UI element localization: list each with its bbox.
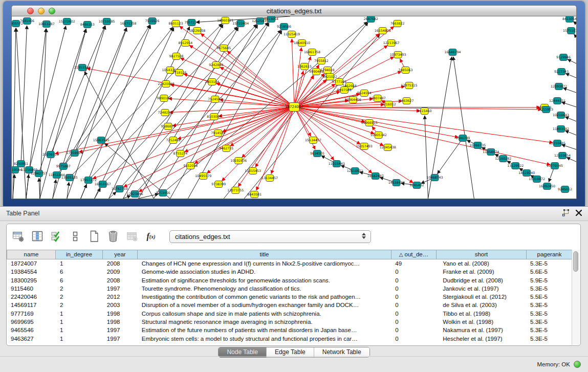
cell-year[interactable]: 1998	[103, 310, 138, 318]
graph-node[interactable]: 16648794	[444, 49, 461, 56]
graph-node[interactable]: 14638438	[388, 180, 405, 186]
graph-node[interactable]: 17359924	[67, 150, 83, 157]
graph-node[interactable]: 11015453	[245, 168, 261, 174]
graph-node[interactable]: 9462735	[219, 145, 233, 152]
graph-node[interactable]: 15751074	[563, 28, 576, 34]
cell-title[interactable]: Tourette syndrome. Phenomenology and cla…	[138, 285, 391, 293]
graph-node[interactable]: 12045438	[380, 144, 396, 151]
cell-out_de[interactable]: 0	[391, 335, 436, 343]
column-header-short[interactable]: short	[437, 250, 527, 259]
graph-node[interactable]: 10192836	[230, 158, 247, 164]
column-header-out_de[interactable]: △out_de…	[391, 250, 437, 259]
table-row[interactable]: 1938455462009Genome-wide association stu…	[7, 268, 572, 276]
graph-node[interactable]: 21953346	[74, 64, 91, 71]
cell-out_de[interactable]: 0	[391, 268, 436, 276]
graph-node[interactable]: 10807487	[369, 95, 386, 102]
cell-out_de[interactable]: 0	[391, 301, 436, 309]
table-row[interactable]: 977716911998Corpus callosum shape and si…	[7, 310, 572, 318]
graph-node[interactable]: 9738399	[211, 181, 226, 188]
graph-node[interactable]: 18960121	[217, 17, 233, 24]
graph-node[interactable]: 9463627	[400, 98, 414, 104]
cell-short[interactable]: Tibbo et al. (1998)	[436, 310, 526, 318]
graph-node[interactable]: 7252468	[166, 137, 180, 144]
graph-node[interactable]: 18226058	[189, 28, 205, 34]
cell-in_degree[interactable]: 1	[56, 326, 103, 334]
table-row[interactable]: 946362711997Embryonic stem cells: a mode…	[7, 335, 572, 343]
graph-node[interactable]: 8912954	[178, 40, 192, 47]
graph-node[interactable]: 8250951	[14, 161, 28, 167]
graph-node[interactable]: 7524502	[208, 96, 222, 103]
cell-year[interactable]: 2008	[103, 276, 138, 285]
table-row[interactable]: 1872400712008Changes of HCN gene express…	[7, 259, 572, 268]
graph-node[interactable]: 12093872	[551, 83, 567, 90]
delete-icon[interactable]	[106, 230, 120, 243]
cell-short[interactable]: Wolkin et al. (1998)	[436, 318, 526, 326]
cell-name[interactable]: 9699695	[7, 318, 56, 326]
cell-year[interactable]: 1997	[103, 285, 138, 293]
cell-title[interactable]: Disruption of a novel member of a sodium…	[138, 301, 391, 309]
cell-pagerank[interactable]: 5.3E-5	[526, 335, 572, 343]
new-document-icon[interactable]	[88, 230, 101, 243]
select-all-columns-icon[interactable]	[50, 230, 63, 243]
graph-node[interactable]: 12210485	[549, 140, 565, 147]
graph-node[interactable]: 7248251	[158, 110, 172, 116]
graph-node[interactable]: 15134457	[305, 137, 321, 144]
cell-short[interactable]: Hescheler et al. (1997)	[436, 335, 526, 343]
cell-year[interactable]: 2003	[103, 301, 138, 309]
table-select-dropdown[interactable]: citations_edges.txt	[169, 230, 371, 243]
table-row[interactable]: 946554611997Estimation of the future num…	[7, 326, 572, 334]
graph-node[interactable]: 13134457	[262, 175, 278, 182]
cell-in_degree[interactable]: 1	[56, 310, 103, 318]
cell-pagerank[interactable]: 5.3E-5	[526, 285, 572, 293]
column-header-name[interactable]: name	[7, 250, 56, 259]
cell-year[interactable]: 1997	[103, 326, 138, 334]
graph-node[interactable]: 16961758	[304, 49, 320, 56]
graph-node[interactable]: 8601123	[168, 20, 183, 27]
cell-short[interactable]: Stergiakouli et al. (2012)	[436, 293, 526, 301]
graph-node[interactable]: 12975115	[401, 82, 418, 89]
graph-node[interactable]: 7955812	[314, 58, 329, 64]
cell-pagerank[interactable]: 5.6E-5	[526, 268, 572, 276]
graph-node[interactable]: 15723404	[232, 20, 249, 27]
graph-node[interactable]: 18640910	[294, 40, 310, 47]
window-titlebar[interactable]: citations_edges.txt	[11, 5, 577, 16]
graph-node[interactable]: 15057493	[356, 143, 373, 150]
graph-node[interactable]: 9975887	[56, 163, 71, 170]
graph-node[interactable]: 9245402	[410, 182, 424, 189]
graph-node[interactable]: 9115460	[418, 108, 432, 115]
cell-short[interactable]: Jankovic et al. (1997)	[436, 285, 526, 293]
graph-node[interactable]: 16092450	[539, 183, 555, 190]
cell-in_degree[interactable]: 1	[56, 259, 103, 268]
cell-in_degree[interactable]: 2	[56, 285, 103, 293]
graph-node[interactable]: 14519240	[518, 170, 535, 177]
graph-node[interactable]: 9215953	[539, 106, 553, 113]
graph-node[interactable]: 15063585	[93, 137, 110, 144]
table-row[interactable]: 1830029562008Estimation of significance …	[7, 276, 572, 285]
column-header-pagerank[interactable]: pagerank	[527, 250, 573, 259]
cell-name[interactable]: 9777169	[7, 310, 56, 318]
show-columns-icon[interactable]	[31, 230, 44, 243]
graph-node[interactable]: 11325419	[284, 31, 300, 38]
network-canvas[interactable]: 9405572769140610653287152726028486163107…	[11, 16, 577, 199]
graph-node[interactable]: 16782759	[112, 186, 128, 192]
graph-node[interactable]: 6497568	[337, 87, 352, 94]
float-panel-icon[interactable]	[562, 209, 570, 216]
graph-node[interactable]: 2687682	[364, 16, 378, 23]
graph-node[interactable]: 9218586	[277, 24, 291, 30]
cell-name[interactable]: 19384554	[7, 268, 56, 276]
cell-year[interactable]: 1998	[103, 318, 138, 326]
cell-title[interactable]: Genome-wide association studies in ADHD.	[138, 268, 391, 276]
cell-pagerank[interactable]: 5.5E-5	[526, 293, 572, 301]
graph-node[interactable]: 20364456	[345, 97, 361, 103]
cell-out_de[interactable]: 49	[391, 259, 436, 268]
graph-node[interactable]: 9242848	[209, 62, 223, 69]
cell-in_degree[interactable]: 6	[56, 276, 103, 285]
graph-node[interactable]: 16958167	[95, 181, 111, 188]
function-builder-icon[interactable]: f(x)	[144, 230, 158, 243]
graph-node[interactable]: 10770345	[547, 163, 563, 169]
graph-node[interactable]: 9152058	[183, 163, 198, 169]
cell-title[interactable]: Investigating the contribution of common…	[138, 293, 391, 301]
graph-node[interactable]: 8103064	[207, 114, 221, 120]
graph-node[interactable]: 8643581	[247, 191, 262, 198]
cell-out_de[interactable]: 0	[391, 318, 436, 326]
